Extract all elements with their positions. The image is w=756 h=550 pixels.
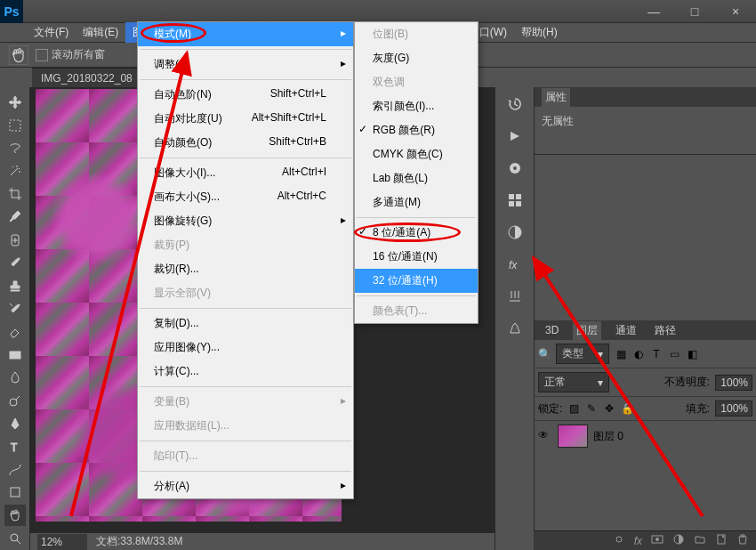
filter-icon[interactable]: 🔍 [538, 348, 551, 360]
tab-paths[interactable]: 路径 [651, 321, 680, 340]
filter-type-icon[interactable]: T [650, 348, 663, 360]
lock-paint-icon[interactable]: ✎ [585, 402, 598, 415]
type-tool-icon[interactable]: T [4, 436, 26, 457]
layer-row[interactable]: 👁 图层 0 [535, 421, 756, 451]
mode-submenu: 位图(B) 灰度(G) 双色调 索引颜色(I)... ✓RGB 颜色(R) CM… [354, 21, 479, 324]
brushpresets-panel-icon[interactable] [503, 319, 527, 338]
path-tool-icon[interactable] [4, 459, 26, 481]
wand-tool-icon[interactable] [4, 160, 26, 182]
link-layers-icon[interactable] [613, 533, 625, 548]
properties-empty-label: 无属性 [542, 115, 574, 127]
menu-dataset: 应用数据组(L)... [138, 414, 353, 438]
filter-shape-icon[interactable]: ▭ [668, 348, 680, 360]
app-logo: Ps [0, 0, 23, 23]
tab-3d[interactable]: 3D [542, 322, 562, 338]
menu-analysis[interactable]: 分析(A)▸ [138, 474, 353, 498]
menu-image-size[interactable]: 图像大小(I)...Alt+Ctrl+I [138, 161, 353, 185]
mode-rgb[interactable]: ✓RGB 颜色(R) [355, 118, 478, 142]
menu-rotation[interactable]: 图像旋转(G)▸ [138, 209, 353, 233]
scroll-all-checkbox[interactable] [36, 49, 48, 61]
menu-canvas-size[interactable]: 画布大小(S)...Alt+Ctrl+C [138, 185, 353, 209]
menu-duplicate[interactable]: 复制(D)... [138, 311, 353, 336]
blend-mode-dropdown[interactable]: 正常▾ [538, 372, 609, 392]
styles-panel-icon[interactable]: fx [503, 255, 527, 274]
right-dock: fx [495, 87, 534, 550]
window-minimize[interactable]: — [633, 0, 674, 23]
zoom-field[interactable]: 12% [37, 534, 87, 550]
lock-all-icon[interactable]: 🔒 [621, 402, 633, 415]
brush-tool-icon[interactable] [4, 253, 26, 274]
lasso-tool-icon[interactable] [4, 138, 26, 159]
menu-calculations[interactable]: 计算(C)... [138, 360, 353, 384]
hand-tool-preset-icon[interactable] [9, 45, 28, 65]
dodge-tool-icon[interactable] [4, 390, 26, 411]
swatches-panel-icon[interactable] [503, 190, 527, 210]
menu-edit[interactable]: 编辑(E) [76, 22, 125, 43]
mode-multichannel[interactable]: 多通道(M) [355, 190, 478, 214]
blur-tool-icon[interactable] [4, 368, 26, 389]
mode-indexed[interactable]: 索引颜色(I)... [355, 94, 478, 118]
stamp-tool-icon[interactable] [4, 275, 26, 296]
fill-field[interactable]: 100% [715, 400, 752, 417]
move-tool-icon[interactable] [4, 92, 26, 113]
eraser-tool-icon[interactable] [4, 321, 26, 343]
mode-16bit[interactable]: 16 位/通道(N) [355, 245, 478, 269]
menu-apply-image[interactable]: 应用图像(Y)... [138, 336, 353, 360]
color-panel-icon[interactable] [503, 158, 527, 178]
layer-name[interactable]: 图层 0 [593, 429, 623, 444]
crop-tool-icon[interactable] [4, 183, 26, 205]
layers-footer: fx [534, 530, 756, 550]
lock-transparent-icon[interactable]: ▨ [567, 402, 580, 415]
group-icon[interactable] [694, 533, 706, 548]
adjustments-panel-icon[interactable] [503, 222, 527, 242]
mode-grayscale[interactable]: 灰度(G) [355, 46, 478, 70]
menu-adjustments[interactable]: 调整(J)▸ [138, 53, 353, 77]
properties-tab[interactable]: 属性 [542, 88, 570, 107]
menu-trim[interactable]: 裁切(R)... [138, 257, 353, 281]
window-maximize[interactable]: □ [674, 0, 715, 23]
layer-thumbnail[interactable] [558, 425, 588, 448]
zoom-tool-icon[interactable] [4, 528, 26, 549]
svg-rect-2 [10, 352, 20, 359]
menu-auto-contrast[interactable]: 自动对比度(U)Alt+Shift+Ctrl+L [138, 107, 353, 131]
mask-icon[interactable] [651, 533, 664, 548]
brushes-panel-icon[interactable] [503, 287, 527, 306]
mode-cmyk[interactable]: CMYK 颜色(C) [355, 142, 478, 166]
eyedropper-tool-icon[interactable] [4, 206, 26, 228]
new-layer-icon[interactable] [715, 533, 728, 548]
svg-rect-11 [509, 201, 514, 206]
shape-tool-icon[interactable] [4, 482, 26, 504]
menu-mode[interactable]: 模式(M)▸ [138, 22, 353, 46]
marquee-tool-icon[interactable] [4, 115, 26, 136]
layer-filter-dropdown[interactable]: 类型▾ [556, 344, 609, 364]
document-tab[interactable]: IMG_20180322_08 [32, 68, 141, 87]
delete-icon[interactable] [736, 533, 749, 548]
menu-auto-color[interactable]: 自动颜色(O)Shift+Ctrl+B [138, 131, 353, 155]
window-close[interactable]: × [715, 0, 756, 23]
healing-tool-icon[interactable] [4, 230, 26, 251]
lock-position-icon[interactable]: ✥ [603, 402, 615, 415]
svg-point-6 [11, 534, 18, 541]
filter-pixel-icon[interactable]: ▦ [615, 348, 627, 360]
menu-auto-tone[interactable]: 自动色阶(N)Shift+Ctrl+L [138, 83, 353, 107]
menu-file[interactable]: 文件(F) [27, 22, 76, 43]
svg-rect-0 [10, 120, 20, 131]
visibility-icon[interactable]: 👁 [538, 429, 552, 443]
filter-smart-icon[interactable]: ◧ [686, 348, 698, 360]
gradient-tool-icon[interactable] [4, 344, 26, 366]
tab-channels[interactable]: 通道 [612, 321, 640, 340]
history-brush-tool-icon[interactable] [4, 298, 26, 319]
actions-panel-icon[interactable] [503, 126, 527, 146]
mode-lab[interactable]: Lab 颜色(L) [355, 166, 478, 190]
menu-help[interactable]: 帮助(H) [514, 22, 565, 43]
pen-tool-icon[interactable] [4, 413, 26, 434]
hand-tool-icon[interactable] [4, 505, 26, 526]
adjustment-layer-icon[interactable] [672, 533, 685, 548]
history-panel-icon[interactable] [503, 94, 527, 114]
fx-icon[interactable]: fx [634, 535, 642, 547]
tab-layers[interactable]: 图层 [573, 321, 601, 340]
mode-32bit[interactable]: 32 位/通道(H) [355, 269, 478, 293]
mode-8bit[interactable]: ✓8 位/通道(A) [355, 221, 478, 245]
filter-adjust-icon[interactable]: ◐ [632, 348, 645, 360]
opacity-field[interactable]: 100% [715, 375, 752, 391]
